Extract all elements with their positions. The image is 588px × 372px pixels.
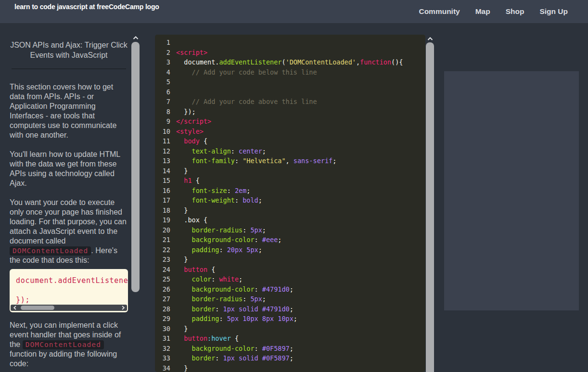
scrollbar-thumb[interactable]: [131, 42, 140, 292]
code-line[interactable]: 33 border: 1px solid #0F5897;: [155, 353, 425, 363]
line-number: 6: [155, 87, 170, 97]
line-number: 23: [155, 255, 170, 265]
line-number: 16: [155, 186, 170, 196]
line-number: 30: [155, 324, 170, 334]
line-number: 3: [155, 57, 170, 67]
nav-links: Community Map Shop Sign Up: [419, 7, 568, 16]
line-number: 22: [155, 245, 170, 255]
line-number: 26: [155, 284, 170, 295]
description-paragraph: Next, you can implement a click event ha…: [10, 321, 128, 369]
code-line[interactable]: 7 // Add your code above this line: [155, 97, 425, 107]
code-line[interactable]: 22 padding: 20px 5px;: [155, 245, 425, 255]
line-number: 31: [155, 334, 170, 344]
code-line[interactable]: 15 h1 {: [155, 176, 425, 186]
description-paragraph: You'll learn how to update HTML with the…: [10, 150, 128, 188]
code-editor[interactable]: 12<script>3 document.addEventListener('D…: [155, 35, 425, 372]
description-paragraph: You want your code to execute only once …: [10, 198, 128, 265]
nav-link-community[interactable]: Community: [419, 7, 460, 16]
horizontal-scrollbar[interactable]: [11, 305, 127, 311]
nav-link-shop[interactable]: Shop: [506, 7, 524, 16]
code-line[interactable]: 34 }: [155, 363, 425, 372]
paragraph-text: You want your code to execute only once …: [10, 198, 127, 245]
preview-pane: [444, 71, 579, 310]
code-line[interactable]: 6: [155, 87, 425, 97]
paragraph-text: function by adding the following code:: [10, 350, 117, 368]
line-number: 11: [155, 136, 170, 146]
line-number: 18: [155, 205, 170, 216]
line-number: 20: [155, 225, 170, 235]
freecodecamp-logo[interactable]: learn to code javascript at freeCodeCamp…: [14, 3, 159, 11]
scroll-up-icon[interactable]: [426, 36, 435, 42]
code-line[interactable]: 17 font-weight: bold;: [155, 195, 425, 205]
code-line[interactable]: 3 document.addEventListener('DOMContentL…: [155, 57, 425, 67]
code-line[interactable]: 30 }: [155, 324, 425, 334]
line-number: 7: [155, 97, 170, 107]
code-line[interactable]: 16 font-size: 2em;: [155, 186, 425, 196]
inline-code: DOMContentLoaded: [10, 246, 91, 256]
line-number: 17: [155, 195, 170, 205]
code-line[interactable]: 13 font-family: "Helvetica", sans-serif;: [155, 156, 425, 166]
line-number: 14: [155, 166, 170, 176]
code-line[interactable]: 14 }: [155, 166, 425, 176]
line-number: 9: [155, 116, 170, 127]
nav-link-map[interactable]: Map: [475, 7, 490, 16]
code-line[interactable]: 25 color: white;: [155, 274, 425, 284]
scrollbar-thumb[interactable]: [21, 306, 54, 310]
code-line[interactable]: 2<script>: [155, 48, 425, 58]
inline-code: DOMContentLoaded: [23, 340, 104, 349]
line-number: 1: [155, 38, 170, 48]
code-line[interactable]: 21 background-color: #eee;: [155, 235, 425, 245]
line-number: 12: [155, 146, 170, 156]
line-number: 29: [155, 314, 170, 324]
line-number: 4: [155, 67, 170, 77]
code-line[interactable]: 31 button:hover {: [155, 334, 425, 344]
snippet-line: document.addEventListene: [16, 276, 128, 285]
line-number: 33: [155, 353, 170, 363]
line-number: 21: [155, 235, 170, 245]
line-number: 28: [155, 304, 170, 314]
code-line[interactable]: 23 }: [155, 255, 425, 265]
code-line[interactable]: 12 text-align: center;: [155, 146, 425, 156]
code-line[interactable]: 29 padding: 5px 10px 8px 10px;: [155, 314, 425, 324]
code-line[interactable]: 1: [155, 38, 425, 48]
line-number: 24: [155, 265, 170, 275]
code-lines: 12<script>3 document.addEventListener('D…: [155, 38, 425, 372]
snippet-line: });: [16, 295, 128, 305]
code-line[interactable]: 5: [155, 77, 425, 87]
description-paragraph: This section covers how to get data from…: [10, 82, 128, 140]
line-number: 25: [155, 274, 170, 284]
code-line[interactable]: 27 border-radius: 5px;: [155, 294, 425, 304]
scroll-right-icon[interactable]: [120, 305, 126, 311]
code-line[interactable]: 8 });: [155, 107, 425, 117]
line-number: 19: [155, 215, 170, 225]
code-line[interactable]: 26 background-color: #4791d0;: [155, 284, 425, 295]
line-number: 8: [155, 107, 170, 117]
code-line[interactable]: 10<style>: [155, 127, 425, 137]
code-line[interactable]: 32 background-color: #0F5897;: [155, 344, 425, 354]
line-number: 2: [155, 48, 170, 58]
line-number: 34: [155, 363, 170, 372]
code-line[interactable]: 4 // Add your code below this line: [155, 67, 425, 77]
code-line[interactable]: 19 .box {: [155, 215, 425, 225]
line-number: 27: [155, 294, 170, 304]
line-number: 10: [155, 127, 170, 137]
navbar: learn to code javascript at freeCodeCamp…: [0, 0, 588, 23]
code-line[interactable]: 11 body {: [155, 136, 425, 146]
line-number: 15: [155, 176, 170, 186]
scroll-left-icon[interactable]: [12, 305, 18, 311]
nav-link-signup[interactable]: Sign Up: [539, 7, 568, 16]
scrollbar-thumb[interactable]: [426, 42, 434, 372]
code-line[interactable]: 24 button {: [155, 265, 425, 275]
editor-scrollbar[interactable]: [426, 23, 435, 372]
line-number: 5: [155, 77, 170, 87]
scroll-up-icon[interactable]: [131, 35, 140, 41]
challenge-sidebar: JSON APIs and Ajax: Trigger Click Events…: [10, 23, 128, 372]
code-line[interactable]: 9</script>: [155, 116, 425, 127]
line-number: 13: [155, 156, 170, 166]
challenge-title: JSON APIs and Ajax: Trigger Click Events…: [10, 40, 128, 60]
code-line[interactable]: 28 border: 1px solid #4791d0;: [155, 304, 425, 314]
code-line[interactable]: 18 }: [155, 205, 425, 216]
code-snippet-well: document.addEventListene });: [10, 269, 128, 312]
sidebar-scrollbar[interactable]: [131, 23, 140, 372]
code-line[interactable]: 20 border-radius: 5px;: [155, 225, 425, 235]
